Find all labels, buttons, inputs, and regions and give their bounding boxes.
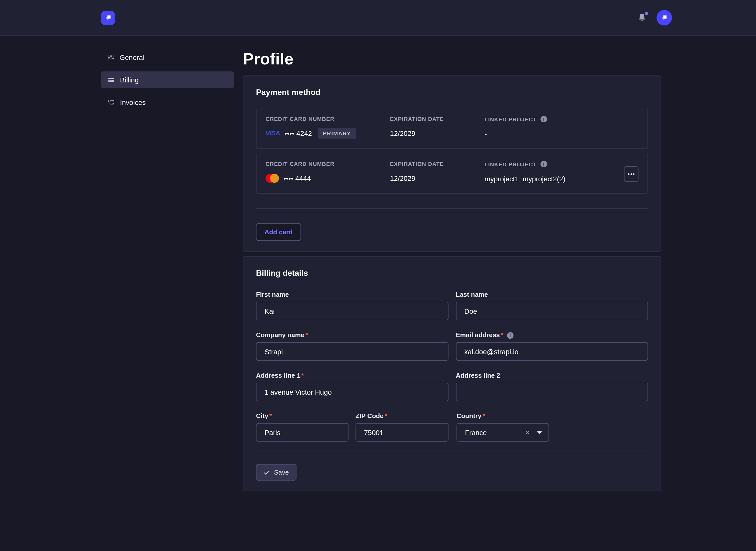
address-line1-field-group: Address line 1*: [256, 372, 448, 401]
main-content: Profile Payment method CREDIT CARD NUMBE…: [243, 49, 661, 496]
linked-project-label: LINKED PROJECT: [485, 116, 537, 122]
payment-method-card: Payment method CREDIT CARD NUMBER VISA •…: [243, 75, 661, 252]
first-name-input[interactable]: [256, 302, 448, 320]
last-name-label: Last name: [456, 291, 488, 299]
more-options-icon: [628, 173, 629, 174]
app-window: General Billing $ In: [0, 0, 756, 551]
page-title: Profile: [243, 50, 661, 68]
settings-sidebar: General Billing $ In: [101, 49, 234, 496]
required-asterisk: *: [385, 412, 387, 420]
company-name-input[interactable]: [256, 342, 448, 361]
sliders-icon: [107, 54, 114, 61]
address-line1-input[interactable]: [256, 383, 448, 401]
sidebar-item-label: Billing: [120, 76, 139, 83]
required-asterisk: *: [269, 412, 272, 420]
first-name-label: First name: [256, 291, 289, 299]
city-label: City: [256, 412, 268, 420]
required-asterisk: *: [301, 372, 304, 380]
card-number-column: CREDIT CARD NUMBER VISA •••• 4242 PRIMAR…: [265, 116, 390, 142]
divider: [256, 451, 648, 451]
last-name-field-group: Last name: [456, 291, 648, 320]
company-name-field-group: Company name*: [256, 331, 448, 361]
mastercard-logo-icon: [265, 173, 279, 182]
info-icon[interactable]: [541, 116, 547, 122]
avatar-strapi-mark-icon: [660, 13, 669, 22]
card-number-column: CREDIT CARD NUMBER •••• 4444: [265, 161, 390, 187]
city-input[interactable]: [256, 423, 348, 442]
expiration-label: EXPIRATION DATE: [390, 161, 485, 167]
check-icon: [263, 469, 269, 475]
linked-project-value: -: [485, 128, 639, 139]
strapi-logo-icon: [104, 13, 112, 22]
email-label: Email address: [456, 331, 500, 339]
country-selected-value: France: [465, 428, 525, 436]
country-select[interactable]: France ✕: [457, 423, 549, 442]
user-avatar[interactable]: [657, 10, 672, 25]
primary-badge: PRIMARY: [318, 128, 356, 139]
masked-card-number: •••• 4242: [284, 129, 312, 137]
city-field-group: City*: [256, 412, 348, 442]
content-layout: General Billing $ In: [0, 36, 756, 496]
info-icon[interactable]: [507, 332, 513, 339]
first-name-field-group: First name: [256, 291, 448, 320]
clear-selection-icon[interactable]: ✕: [525, 429, 530, 436]
masked-card-number: •••• 4444: [283, 174, 311, 182]
credit-card-icon: [107, 76, 115, 83]
address-line2-field-group: Address line 2: [456, 372, 648, 401]
info-icon[interactable]: [541, 161, 547, 167]
top-bar-actions: [638, 10, 672, 25]
billing-details-title: Billing details: [256, 269, 648, 278]
card-more-options-button[interactable]: [624, 166, 639, 181]
strapi-logo[interactable]: [101, 11, 115, 25]
visa-logo-icon: VISA: [265, 129, 280, 137]
notification-dot-icon: [645, 12, 648, 15]
sidebar-item-invoices[interactable]: $ Invoices: [101, 94, 234, 110]
company-name-label: Company name: [256, 331, 304, 339]
sidebar-item-label: Invoices: [120, 99, 146, 106]
expiration-label: EXPIRATION DATE: [390, 116, 485, 122]
zip-code-label: ZIP Code: [355, 412, 384, 420]
billing-form: First name Last name Company name* Email…: [256, 291, 648, 401]
expiration-value: 12/2029: [390, 127, 485, 139]
required-asterisk: *: [501, 331, 503, 339]
chevron-down-icon: [537, 431, 542, 434]
required-asterisk: *: [305, 331, 308, 339]
linked-project-column: LINKED PROJECT myproject1, myproject2(2): [485, 161, 624, 187]
billing-details-card: Billing details First name Last name Com…: [243, 256, 661, 491]
svg-text:$: $: [108, 99, 109, 102]
linked-project-label: LINKED PROJECT: [485, 161, 537, 167]
country-label: Country: [457, 412, 482, 420]
zip-code-field-group: ZIP Code*: [355, 412, 449, 442]
payment-method-title: Payment method: [256, 88, 648, 97]
credit-card-row-visa: CREDIT CARD NUMBER VISA •••• 4242 PRIMAR…: [256, 109, 648, 149]
expiration-column: EXPIRATION DATE 12/2029: [390, 116, 485, 142]
divider: [256, 208, 648, 209]
sidebar-item-billing[interactable]: Billing: [101, 71, 234, 88]
bell-icon: [638, 13, 646, 22]
notifications-button[interactable]: [638, 13, 647, 23]
save-button[interactable]: Save: [256, 464, 296, 481]
card-number-label: CREDIT CARD NUMBER: [265, 116, 390, 122]
address-line2-label: Address line 2: [456, 372, 500, 380]
address-line2-input[interactable]: [456, 383, 648, 401]
linked-project-column: LINKED PROJECT -: [485, 116, 639, 142]
sidebar-item-general[interactable]: General: [101, 49, 234, 65]
add-card-button[interactable]: Add card: [256, 223, 301, 241]
card-number-label: CREDIT CARD NUMBER: [265, 161, 390, 167]
expiration-value: 12/2029: [390, 172, 485, 184]
invoice-icon: $: [107, 99, 115, 106]
required-asterisk: *: [483, 412, 485, 420]
address-line1-label: Address line 1: [256, 372, 300, 380]
expiration-column: EXPIRATION DATE 12/2029: [390, 161, 485, 187]
city-zip-country-row: City* ZIP Code* Country* France ✕: [256, 412, 648, 442]
top-bar: [0, 0, 756, 36]
sidebar-item-label: General: [119, 54, 145, 61]
country-field-group: Country* France ✕: [457, 412, 549, 442]
email-input[interactable]: [456, 342, 648, 361]
email-field-group: Email address*: [456, 331, 648, 361]
zip-code-input[interactable]: [355, 423, 449, 442]
linked-project-value: myproject1, myproject2(2): [485, 173, 624, 184]
save-button-label: Save: [274, 469, 289, 476]
last-name-input[interactable]: [456, 302, 648, 320]
credit-card-row-mastercard: CREDIT CARD NUMBER •••• 4444 EXPIRATION …: [256, 154, 648, 194]
